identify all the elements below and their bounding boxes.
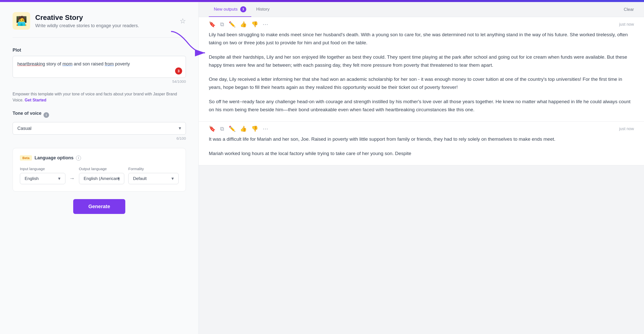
output-card-1: 🔖 ⧉ ✏️ 👍 👎 ⋯ just now Lily had been stru…	[199, 17, 644, 122]
new-outputs-count: 3	[240, 6, 246, 12]
output-card-2: 🔖 ⧉ ✏️ 👍 👎 ⋯ just now It was a difficult…	[199, 122, 644, 165]
formality-select[interactable]: Default Formal Informal	[128, 173, 179, 184]
copy-icon-2[interactable]: ⧉	[220, 126, 224, 132]
tab-history-label: History	[256, 7, 270, 12]
output-lang-select-wrapper: English (American) English (British) Spa…	[79, 173, 125, 184]
output-2-timestamp: just now	[619, 127, 634, 131]
template-icon: 🧑‍💻	[13, 12, 30, 30]
language-section: Beta Language options i Input language E…	[13, 148, 186, 192]
clear-button[interactable]: Clear	[624, 5, 634, 14]
error-badge: 3	[175, 67, 182, 75]
input-lang-label: Input language	[20, 167, 65, 171]
tone-select[interactable]: Casual Formal Persuasive	[13, 122, 186, 135]
left-panel: 🧑‍💻 Creative Story Write wildly creative…	[0, 2, 199, 334]
tone-info-icon: i	[44, 112, 49, 118]
output-lang-select[interactable]: English (American) English (British) Spa…	[79, 173, 125, 184]
language-header: Beta Language options i	[20, 155, 179, 161]
brand-voice-link[interactable]: Get Started	[25, 98, 46, 102]
tab-new-outputs[interactable]: New outputs 3	[209, 2, 251, 17]
output-card-2-header: 🔖 ⧉ ✏️ 👍 👎 ⋯ just now	[199, 122, 644, 135]
output-actions-1: 🔖 ⧉ ✏️ 👍 👎 ⋯	[209, 21, 268, 28]
thumbs-up-icon[interactable]: 👍	[240, 21, 247, 28]
more-icon[interactable]: ⋯	[263, 21, 268, 28]
bookmark-icon-2[interactable]: 🔖	[209, 126, 216, 132]
thumbs-down-icon-2[interactable]: 👎	[251, 126, 258, 132]
input-lang-select[interactable]: English Spanish French	[20, 173, 65, 184]
input-lang-select-wrapper: English Spanish French ▼	[20, 173, 65, 184]
tab-history[interactable]: History	[251, 2, 275, 17]
output-1-para-2: Despite all their hardships, Lily and he…	[209, 53, 634, 69]
star-icon[interactable]: ☆	[180, 17, 186, 25]
output-2-para-1: It was a difficult life for Mariah and h…	[209, 135, 634, 143]
tone-select-wrapper: Casual Formal Persuasive ▼	[13, 122, 186, 135]
output-1-para-4: So off he went--ready face any challenge…	[209, 98, 634, 114]
plot-word-heartbreaking: heartbreaking	[17, 61, 45, 66]
plot-label: Plot	[13, 48, 186, 53]
plot-section: Plot heartbreaking story of mom and son …	[13, 48, 186, 84]
template-header: 🧑‍💻 Creative Story Write wildly creative…	[13, 12, 186, 38]
bookmark-icon[interactable]: 🔖	[209, 21, 216, 28]
output-1-para-1: Lily had been struggling to make ends me…	[209, 31, 634, 47]
right-header: New outputs 3 History Clear	[199, 2, 644, 17]
language-options-title: Language options	[34, 155, 73, 161]
copy-icon[interactable]: ⧉	[220, 21, 224, 28]
formality-field: Formality Default Formal Informal ▼	[128, 167, 179, 184]
output-1-text: Lily had been struggling to make ends me…	[199, 31, 644, 121]
plot-text: heartbreaking story of mom and son raise…	[17, 61, 181, 67]
tone-char-count: 6/100	[13, 136, 186, 140]
output-card-1-header: 🔖 ⧉ ✏️ 👍 👎 ⋯ just now	[199, 17, 644, 31]
beta-badge: Beta	[20, 155, 32, 161]
plot-char-count: 54/1000	[13, 79, 186, 84]
right-panel: New outputs 3 History Clear 🔖 ⧉ ✏️ 👍 👎	[199, 2, 644, 334]
template-title: Creative Story	[35, 14, 175, 22]
brand-voice-banner: Empower this template with your tone of …	[13, 91, 186, 103]
tab-new-outputs-label: New outputs	[214, 7, 238, 12]
formality-select-wrapper: Default Formal Informal ▼	[128, 173, 179, 184]
thumbs-up-icon-2[interactable]: 👍	[240, 126, 247, 132]
language-info-icon: i	[76, 156, 81, 161]
plot-word-mom: mom	[62, 61, 72, 66]
output-lang-field: Output language English (American) Engli…	[79, 167, 125, 184]
template-subtitle: Write wildly creative stories to engage …	[35, 23, 175, 28]
output-2-para-2: Mariah worked long hours at the local fa…	[209, 150, 634, 158]
input-lang-field: Input language English Spanish French ▼	[20, 167, 65, 184]
output-actions-2: 🔖 ⧉ ✏️ 👍 👎 ⋯	[209, 126, 268, 132]
output-content: 🔖 ⧉ ✏️ 👍 👎 ⋯ just now Lily had been stru…	[199, 17, 644, 334]
more-icon-2[interactable]: ⋯	[263, 126, 268, 132]
output-2-text: It was a difficult life for Mariah and h…	[199, 135, 644, 165]
edit-icon-2[interactable]: ✏️	[229, 126, 235, 132]
output-1-para-3: One day, Lily received a letter informin…	[209, 75, 634, 92]
output-lang-label: Output language	[79, 167, 125, 171]
thumbs-down-icon[interactable]: 👎	[251, 21, 258, 28]
template-info: Creative Story Write wildly creative sto…	[35, 14, 175, 28]
tone-section: Tone of voice i Casual Formal Persuasive…	[13, 111, 186, 140]
arrow-icon: →	[69, 175, 75, 182]
top-bar	[0, 0, 644, 2]
language-row: Input language English Spanish French ▼ …	[20, 167, 179, 184]
edit-icon[interactable]: ✏️	[229, 21, 235, 28]
plot-word-from: from	[105, 61, 114, 66]
formality-label: Formality	[128, 167, 179, 171]
tone-label: Tone of voice	[13, 111, 42, 116]
generate-button[interactable]: Generate	[73, 199, 125, 214]
output-1-timestamp: just now	[619, 22, 634, 27]
